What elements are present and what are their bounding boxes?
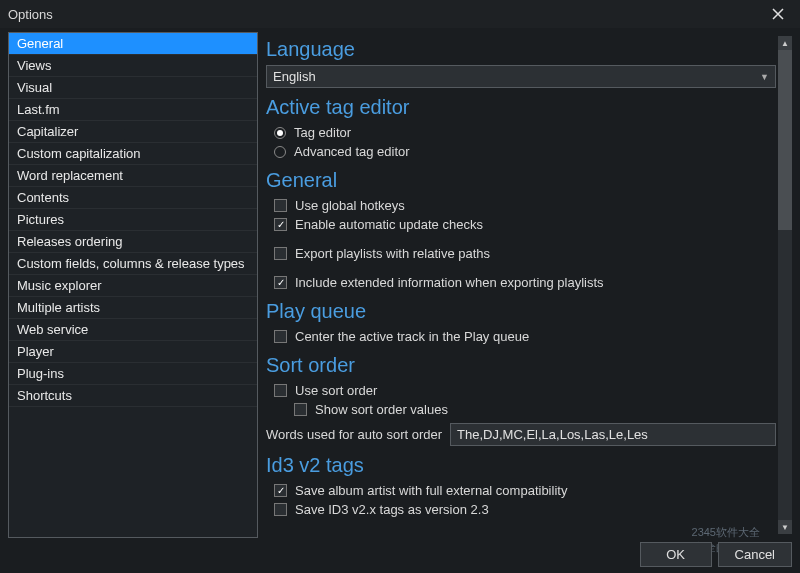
window-title: Options	[8, 7, 53, 22]
check-show-sort-values[interactable]: Show sort order values	[266, 400, 776, 419]
check-center-active-track[interactable]: Center the active track in the Play queu…	[266, 327, 776, 346]
chevron-down-icon: ▼	[760, 72, 769, 82]
sidebar-item-contents[interactable]: Contents	[9, 187, 257, 209]
sidebar-item-releases-ordering[interactable]: Releases ordering	[9, 231, 257, 253]
sidebar-item-general[interactable]: General	[9, 33, 257, 55]
check-include-extended-info[interactable]: Include extended information when export…	[266, 273, 776, 292]
checkbox-icon	[274, 247, 287, 260]
radio-advanced-tag-editor[interactable]: Advanced tag editor	[266, 142, 776, 161]
checkbox-icon	[274, 199, 287, 212]
check-save-id3-v23[interactable]: Save ID3 v2.x tags as version 2.3	[266, 500, 776, 519]
titlebar: Options	[0, 0, 800, 28]
sidebar-item-plugins[interactable]: Plug-ins	[9, 363, 257, 385]
scroll-down-icon[interactable]: ▼	[778, 520, 792, 534]
sidebar-item-custom-fields[interactable]: Custom fields, columns & release types	[9, 253, 257, 275]
section-general-title: General	[266, 169, 776, 192]
sidebar-item-shortcuts[interactable]: Shortcuts	[9, 385, 257, 407]
main-panel: Language English ▼ Active tag editor Tag…	[266, 32, 792, 538]
section-language-title: Language	[266, 38, 776, 61]
auto-sort-words-label: Words used for auto sort order	[266, 427, 442, 442]
checkbox-icon	[274, 484, 287, 497]
checkbox-icon	[274, 503, 287, 516]
sidebar-item-capitalizer[interactable]: Capitalizer	[9, 121, 257, 143]
sidebar: General Views Visual Last.fm Capitalizer…	[8, 32, 258, 538]
close-icon	[772, 8, 784, 20]
checkbox-icon	[274, 218, 287, 231]
scrollbar[interactable]: ▲ ▼	[778, 36, 792, 534]
section-id3v2-title: Id3 v2 tags	[266, 454, 776, 477]
auto-sort-words-input[interactable]	[450, 423, 776, 446]
sidebar-item-views[interactable]: Views	[9, 55, 257, 77]
sidebar-item-multiple-artists[interactable]: Multiple artists	[9, 297, 257, 319]
language-select[interactable]: English ▼	[266, 65, 776, 88]
check-export-relative-paths[interactable]: Export playlists with relative paths	[266, 244, 776, 263]
radio-tag-editor[interactable]: Tag editor	[266, 123, 776, 142]
language-select-value: English	[273, 69, 316, 84]
content-area: General Views Visual Last.fm Capitalizer…	[0, 28, 800, 538]
ok-button[interactable]: OK	[640, 542, 712, 567]
check-use-sort-order[interactable]: Use sort order	[266, 381, 776, 400]
section-active-tag-editor-title: Active tag editor	[266, 96, 776, 119]
sidebar-item-lastfm[interactable]: Last.fm	[9, 99, 257, 121]
footer-buttons: OK Cancel	[640, 542, 792, 567]
checkbox-icon	[274, 330, 287, 343]
sidebar-item-music-explorer[interactable]: Music explorer	[9, 275, 257, 297]
auto-sort-words-row: Words used for auto sort order	[266, 423, 776, 446]
check-enable-update-checks[interactable]: Enable automatic update checks	[266, 215, 776, 234]
checkbox-icon	[294, 403, 307, 416]
checkbox-icon	[274, 276, 287, 289]
check-save-album-artist[interactable]: Save album artist with full external com…	[266, 481, 776, 500]
sidebar-item-word-replacement[interactable]: Word replacement	[9, 165, 257, 187]
scrollbar-thumb[interactable]	[778, 50, 792, 230]
section-sort-order-title: Sort order	[266, 354, 776, 377]
sidebar-item-custom-capitalization[interactable]: Custom capitalization	[9, 143, 257, 165]
sidebar-item-visual[interactable]: Visual	[9, 77, 257, 99]
section-play-queue-title: Play queue	[266, 300, 776, 323]
radio-icon	[274, 146, 286, 158]
cancel-button[interactable]: Cancel	[718, 542, 792, 567]
check-use-global-hotkeys[interactable]: Use global hotkeys	[266, 196, 776, 215]
radio-icon	[274, 127, 286, 139]
close-button[interactable]	[764, 0, 792, 28]
sidebar-item-player[interactable]: Player	[9, 341, 257, 363]
sidebar-item-web-service[interactable]: Web service	[9, 319, 257, 341]
scroll-up-icon[interactable]: ▲	[778, 36, 792, 50]
checkbox-icon	[274, 384, 287, 397]
sidebar-item-pictures[interactable]: Pictures	[9, 209, 257, 231]
